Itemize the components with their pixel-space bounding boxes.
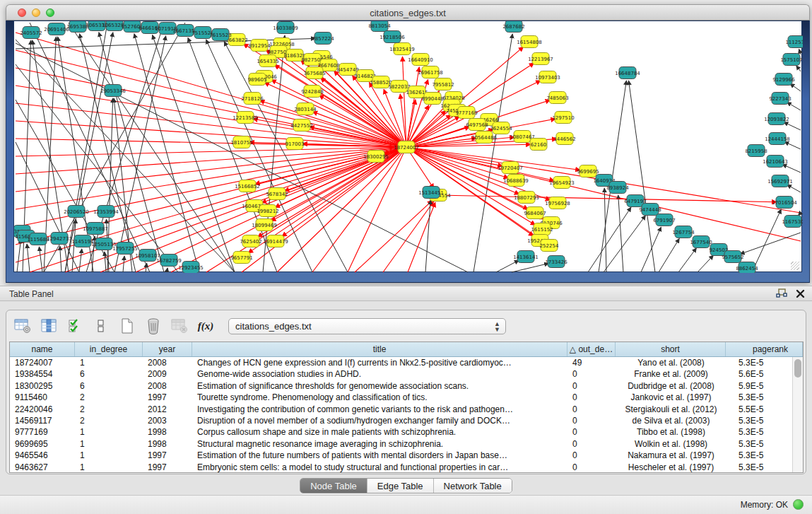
table-row[interactable]: 946554611997Estimation of the future num… [10, 450, 803, 461]
table-row[interactable]: 2242004622012Investigating the contribut… [10, 404, 803, 415]
table-cell: 2 [75, 392, 143, 403]
table-cell: Embryonic stem cells: a model to study s… [192, 462, 567, 473]
column-header-title[interactable]: title [192, 342, 567, 356]
graph-edge [123, 256, 124, 272]
graph-edge [355, 200, 433, 272]
graph-node-label: 18300295 [363, 154, 389, 160]
tab-node-table[interactable]: Node Table [300, 479, 367, 493]
graph-node-label: 2803144 [294, 107, 317, 112]
row-layout-icon[interactable] [92, 317, 110, 335]
table-cell: Hescheler et al. (1997) [616, 462, 726, 473]
graph-node-label: 7955812 [432, 82, 454, 88]
graph-node-label: 1615152 [531, 227, 553, 233]
table-cell: 2008 [143, 380, 192, 392]
resize-grip-icon[interactable] [791, 262, 799, 270]
table-cell: Jankovic et al. (1997) [616, 392, 726, 403]
graph-edge [79, 249, 82, 272]
table-cell: 0 [567, 450, 616, 461]
table-cell: 6 [75, 368, 143, 380]
graph-edge [153, 35, 235, 272]
tab-edge-table[interactable]: Edge Table [367, 479, 433, 493]
table-body: 1872400712008Changes of HCN gene express… [10, 357, 803, 473]
table-cell: Estimation of significance thresholds fo… [192, 380, 567, 392]
table-cell: 1997 [143, 462, 192, 473]
column-header-name[interactable]: name [10, 342, 75, 356]
table-scrollbar-thumb[interactable] [794, 359, 801, 378]
table-mode-icon[interactable] [13, 317, 32, 335]
table-cell: 2003 [143, 415, 192, 426]
graph-node-label: 1575107 [780, 57, 802, 63]
table-cell: Nakamura et al. (1997) [616, 450, 726, 461]
show-columns-icon[interactable] [40, 317, 58, 335]
table-cell: 5.3E-5 [726, 357, 803, 368]
table-row[interactable]: 1938455462009Genome-wide association stu… [10, 368, 803, 380]
graph-edge [496, 260, 519, 272]
graph-node-label: 9699695 [577, 169, 599, 175]
table-cell: 9777169 [10, 426, 75, 438]
table-cell: 0 [567, 392, 616, 403]
table-cell: 5.5E-5 [726, 404, 803, 415]
graph-node-label: 14136141 [513, 255, 539, 260]
close-panel-icon[interactable] [796, 289, 805, 298]
column-header-out_de[interactable]: △ out_de… [567, 342, 616, 356]
column-header-in_degree[interactable]: in_degree [75, 342, 143, 356]
graph-node-label: 1297510 [552, 115, 574, 121]
table-cell: 49 [567, 357, 616, 368]
window-titlebar[interactable]: citations_edges.txt [6, 4, 810, 21]
table-cell: Disruption of a novel member of a sodium… [192, 415, 567, 426]
table-row[interactable]: 946362711997Embryonic stem cells: a mode… [10, 462, 803, 473]
graph-edge [16, 147, 406, 156]
table-cell: 0 [567, 404, 616, 415]
graph-node-label: 18724007 [394, 145, 419, 151]
graph-node-label: 1115688 [27, 237, 49, 243]
float-panel-icon[interactable] [776, 288, 787, 298]
table-source-select[interactable]: citations_edges.txt ▲▼ [228, 318, 506, 334]
table-row[interactable]: 977716911998Corpus callosum shape and si… [10, 426, 803, 438]
graph-edge [588, 207, 631, 272]
network-canvas[interactable]: 1872400776638228912954122260589827503818… [13, 21, 802, 272]
citation-graph[interactable]: 1872400776638228912954122260589827503818… [14, 21, 803, 273]
table-row[interactable]: 1830029562008Estimation of significance … [10, 380, 803, 392]
graph-node-label: 6791907 [653, 218, 675, 223]
new-column-icon[interactable] [118, 317, 136, 335]
graph-node-label: 10975887 [83, 226, 108, 232]
graph-edge [425, 200, 430, 272]
table-row[interactable]: 1872400712008Changes of HCN gene express… [10, 357, 803, 368]
table-cell: 9115460 [10, 392, 75, 403]
table-cell: Franke et al. (2009) [616, 368, 726, 380]
graph-edge [618, 195, 623, 272]
graph-edge [438, 195, 777, 202]
graph-node-label: 6479197 [624, 199, 646, 204]
memory-status-label: Memory: OK [741, 500, 788, 510]
tab-network-table[interactable]: Network Table [433, 479, 512, 493]
column-header-short[interactable]: short [616, 342, 726, 356]
graph-node-label: 12353994 [93, 209, 119, 215]
graph-node-label: 12444158 [765, 136, 790, 142]
table-cell: 19384554 [10, 368, 75, 380]
table-cell: Yano et al. (2008) [616, 357, 726, 368]
table-row[interactable]: 911546021997Tourette syndrome. Phenomeno… [10, 392, 803, 403]
table-cell: Tourette syndrome. Phenomenology and cla… [192, 392, 567, 403]
network-view-frame: 1872400776638228912954122260589827503818… [6, 21, 810, 283]
table-cell: Changes of HCN gene expression and I(f) … [192, 357, 567, 368]
table-scrollbar[interactable] [792, 357, 803, 472]
function-builder-icon[interactable]: f(x) [196, 317, 215, 335]
memory-ok-icon[interactable] [793, 499, 804, 510]
graph-node-label: 16640910 [408, 57, 433, 63]
table-cell: 6 [75, 380, 143, 392]
table-cell: Stergiakouli et al. (2012) [616, 404, 726, 415]
graph-node-label: 5822037 [388, 84, 410, 90]
graph-node-label: 5678342 [266, 192, 288, 197]
column-header-year[interactable]: year [143, 342, 192, 356]
table-row[interactable]: 1456911722003Disruption of a novel membe… [10, 415, 803, 426]
delete-column-icon[interactable] [144, 317, 163, 335]
column-header-pagerank[interactable]: pagerank [726, 342, 803, 356]
graph-node-label: 1446562 [553, 136, 575, 142]
delete-table-icon[interactable] [170, 317, 189, 335]
graph-node-label: 8215958 [745, 148, 767, 154]
table-row[interactable]: 969969511998Structural magnetic resonanc… [10, 438, 803, 450]
select-columns-icon[interactable] [66, 317, 84, 335]
table-cell: 22420046 [10, 404, 75, 415]
table-cell: 9465546 [10, 450, 75, 461]
graph-node-label: 1654335 [257, 59, 278, 64]
